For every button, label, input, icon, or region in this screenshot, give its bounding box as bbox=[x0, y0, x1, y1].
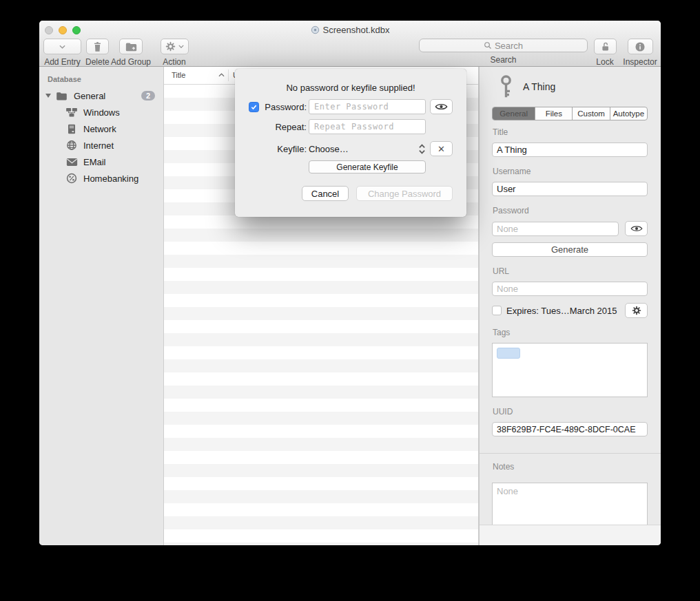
inspector-button[interactable] bbox=[628, 39, 653, 54]
password-field-label: Password bbox=[493, 206, 648, 215]
expires-checkbox[interactable] bbox=[492, 306, 502, 315]
lock-label: Lock bbox=[596, 57, 613, 67]
sidebar: Database General 2 Windows Network bbox=[39, 67, 163, 545]
lock-button[interactable] bbox=[594, 39, 617, 54]
delete-label: Delete bbox=[85, 57, 110, 67]
uuid-field-label: UUID bbox=[493, 407, 648, 417]
envelope-icon bbox=[65, 158, 78, 167]
dialog-repeat-input[interactable] bbox=[309, 119, 426, 134]
clear-keyfile-button[interactable]: ✕ bbox=[430, 141, 453, 156]
document-icon bbox=[311, 25, 320, 34]
tags-field[interactable] bbox=[492, 343, 648, 397]
trash-icon bbox=[92, 41, 103, 52]
percent-icon bbox=[65, 173, 78, 184]
dialog-reveal-password-button[interactable] bbox=[430, 99, 453, 114]
notes-field-label: Notes bbox=[493, 462, 648, 472]
expires-settings-button[interactable] bbox=[625, 303, 648, 318]
window-title: Screenshot.kdbx bbox=[323, 25, 390, 35]
sidebar-item-windows[interactable]: Windows bbox=[39, 104, 163, 120]
delete-button[interactable] bbox=[86, 39, 109, 54]
expires-row: Expires: Tues…March 2015 bbox=[492, 303, 648, 318]
dialog-repeat-label: Repeat: bbox=[235, 119, 307, 135]
chevron-down-icon bbox=[178, 45, 184, 48]
generate-keyfile-button[interactable]: Generate Keyfile bbox=[309, 160, 426, 173]
url-field-label: URL bbox=[493, 266, 648, 276]
tag-pill[interactable] bbox=[497, 348, 520, 359]
inspector-bottom-bar bbox=[480, 525, 661, 545]
sidebar-item-general[interactable]: General 2 bbox=[39, 87, 163, 104]
search-label: Search bbox=[490, 55, 516, 65]
title-field-label: Title bbox=[493, 127, 648, 137]
sidebar-item-label: Internet bbox=[83, 140, 114, 151]
dialog-repeat-row: Repeat: bbox=[235, 119, 466, 135]
column-header-title[interactable]: Title bbox=[172, 71, 185, 79]
sidebar-item-label: Network bbox=[83, 124, 116, 134]
password-field[interactable] bbox=[492, 222, 619, 236]
tab-autotype[interactable]: Autotype bbox=[610, 107, 647, 120]
search-placeholder: Search bbox=[495, 41, 523, 51]
lock-toolbar-item: Lock bbox=[591, 39, 619, 67]
dialog-message: No password or keyfile supplied! bbox=[235, 83, 466, 93]
sidebar-item-label: EMail bbox=[83, 157, 106, 167]
reveal-password-button[interactable] bbox=[625, 221, 648, 236]
app-window: Screenshot.kdbx Add Entry Delete bbox=[39, 21, 661, 545]
delete-toolbar-item: Delete bbox=[85, 39, 110, 67]
cancel-button[interactable]: Cancel bbox=[302, 186, 349, 201]
entry-title: A Thing bbox=[523, 81, 555, 92]
close-x-icon: ✕ bbox=[438, 144, 445, 154]
sort-ascending-icon bbox=[218, 73, 225, 77]
add-entry-toolbar-item: Add Entry bbox=[43, 39, 81, 67]
sidebar-item-internet[interactable]: Internet bbox=[39, 137, 163, 154]
dialog-password-row: Password: bbox=[235, 99, 466, 115]
dialog-password-label: Password: bbox=[235, 99, 307, 115]
generate-password-button[interactable]: Generate bbox=[492, 242, 648, 257]
sidebar-item-email[interactable]: EMail bbox=[39, 154, 163, 170]
action-button[interactable] bbox=[161, 39, 189, 54]
username-field[interactable] bbox=[492, 182, 648, 196]
tab-files[interactable]: Files bbox=[535, 107, 572, 120]
folder-plus-icon bbox=[125, 42, 137, 52]
add-entry-button[interactable] bbox=[43, 39, 81, 54]
gear-icon bbox=[632, 306, 641, 315]
unlock-icon bbox=[600, 41, 610, 52]
url-field[interactable] bbox=[492, 282, 648, 296]
add-group-label: Add Group bbox=[111, 57, 151, 67]
chevron-down-icon[interactable] bbox=[56, 39, 68, 54]
keyfile-popup-button[interactable]: Choose… bbox=[309, 141, 349, 157]
dialog-keyfile-label: Keyfile: bbox=[235, 141, 307, 157]
change-password-button[interactable]: Change Password bbox=[356, 186, 453, 201]
column-separator[interactable] bbox=[228, 70, 229, 81]
title-field[interactable] bbox=[492, 143, 648, 157]
inspector-label: Inspector bbox=[623, 57, 657, 67]
entry-count-badge: 2 bbox=[141, 91, 155, 101]
inspector-entry-header: A Thing bbox=[492, 74, 648, 100]
add-group-button[interactable] bbox=[119, 39, 143, 54]
uuid-field[interactable] bbox=[492, 422, 648, 436]
disclosure-triangle-icon[interactable] bbox=[45, 94, 51, 98]
sidebar-item-homebanking[interactable]: Homebanking bbox=[39, 170, 163, 187]
globe-icon bbox=[65, 140, 78, 151]
inspector-tabs: General Files Custom Autotype bbox=[492, 107, 648, 120]
inspector-panel: A Thing General Files Custom Autotype Ti… bbox=[479, 67, 661, 545]
add-entry-label: Add Entry bbox=[44, 57, 81, 67]
expires-label: Expires: Tues…March 2015 bbox=[506, 306, 620, 316]
inspector-toolbar-item: Inspector bbox=[622, 39, 658, 67]
search-input[interactable]: Search bbox=[419, 39, 588, 52]
action-toolbar-item: Action bbox=[158, 39, 190, 67]
change-password-dialog: No password or keyfile supplied! Passwor… bbox=[235, 69, 466, 217]
info-icon bbox=[635, 41, 646, 52]
add-group-toolbar-item: Add Group bbox=[109, 39, 153, 67]
search-toolbar-item: Search Search bbox=[419, 39, 588, 65]
tab-custom[interactable]: Custom bbox=[572, 107, 609, 120]
workgroup-icon bbox=[65, 107, 78, 117]
folder-icon bbox=[56, 92, 68, 101]
stepper-icon[interactable] bbox=[418, 143, 426, 155]
sidebar-item-network[interactable]: Network bbox=[39, 120, 163, 137]
tab-general[interactable]: General bbox=[493, 107, 535, 120]
dialog-password-input[interactable] bbox=[309, 99, 426, 114]
sidebar-item-label: Windows bbox=[83, 107, 120, 118]
eye-icon bbox=[435, 103, 448, 111]
sidebar-item-label: General bbox=[74, 91, 105, 101]
sidebar-section-header: Database bbox=[48, 75, 163, 83]
titlebar-toolbar: Screenshot.kdbx Add Entry Delete bbox=[39, 21, 661, 67]
